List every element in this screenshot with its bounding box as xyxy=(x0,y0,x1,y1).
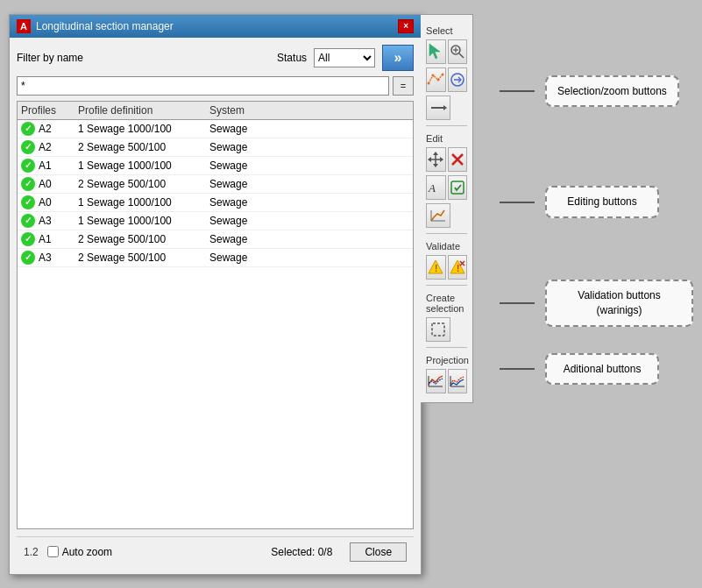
definition-value: 1 Sewage 1000/100 xyxy=(78,123,209,135)
svg-rect-31 xyxy=(432,323,444,336)
profile-value: A1 xyxy=(39,233,52,245)
create-selection-button[interactable] xyxy=(426,317,450,342)
annotation-box-additional: Aditional buttons xyxy=(545,353,659,386)
definition-value: 2 Sewage 500/100 xyxy=(78,233,209,245)
profile-value: A2 xyxy=(39,141,52,153)
section-divider-1 xyxy=(426,125,467,126)
dialog-window: A Longitudinal section manager × Filter … xyxy=(9,14,422,575)
row-profile-cell: ✓ A2 xyxy=(21,140,78,154)
profile-chart-button[interactable] xyxy=(426,203,450,228)
fence-select-button[interactable] xyxy=(426,67,446,92)
move-button[interactable] xyxy=(426,147,446,172)
row-profile-cell: ✓ A1 xyxy=(21,232,78,246)
annotation-box-editing: Editing buttons xyxy=(545,186,659,218)
table-row[interactable]: ✓ A0 1 Sewage 1000/100 Sewage xyxy=(18,194,413,212)
system-value: Sewage xyxy=(209,196,280,209)
svg-text:A: A xyxy=(428,181,436,195)
app-icon: A xyxy=(17,19,31,33)
system-value: Sewage xyxy=(209,159,280,172)
status-check-icon: ✓ xyxy=(21,140,35,154)
system-value: Sewage xyxy=(209,251,280,264)
svg-point-7 xyxy=(437,78,440,81)
projection-button-1[interactable] xyxy=(426,369,446,393)
annotation-additional: Aditional buttons xyxy=(500,353,693,386)
table-row[interactable]: ✓ A2 2 Sewage 500/100 Sewage xyxy=(18,138,413,157)
svg-marker-17 xyxy=(428,157,431,162)
title-bar: A Longitudinal section manager × xyxy=(10,15,421,38)
svg-marker-18 xyxy=(440,157,443,162)
svg-marker-0 xyxy=(429,44,440,59)
profile-value: A2 xyxy=(39,123,52,135)
status-check-icon: ✓ xyxy=(21,122,35,136)
delete-button[interactable] xyxy=(448,147,468,172)
system-value: Sewage xyxy=(209,123,280,135)
row-profile-cell: ✓ A0 xyxy=(21,195,78,209)
system-value: Sewage xyxy=(209,215,280,227)
status-select[interactable]: All Active Inactive xyxy=(314,48,375,67)
create-selection-label: Create selection xyxy=(426,293,467,314)
arrow-editing xyxy=(500,202,538,203)
edit-row-3 xyxy=(426,203,467,228)
profile-value: A3 xyxy=(39,215,52,227)
row-profile-cell: ✓ A1 xyxy=(21,159,78,173)
svg-marker-15 xyxy=(433,152,438,155)
annotations-panel: Selection/zoom buttons Editing buttons V… xyxy=(500,14,693,386)
annotation-box-validation: Validation buttons (warinigs) xyxy=(545,280,693,327)
svg-rect-22 xyxy=(451,181,464,194)
row-profile-cell: ✓ A3 xyxy=(21,214,78,228)
section-divider-2 xyxy=(426,233,467,234)
select-row-3 xyxy=(426,96,467,120)
filter-row: Filter by name Status All Active Inactiv… xyxy=(17,45,414,71)
annotation-validation: Validation buttons (warinigs) xyxy=(500,280,693,327)
select-section-label: Select xyxy=(426,25,467,36)
section-divider-3 xyxy=(426,285,467,286)
title-close-button[interactable]: × xyxy=(398,19,414,33)
status-check-icon: ✓ xyxy=(21,195,35,209)
select-pointer-button[interactable] xyxy=(426,39,446,64)
close-dialog-button[interactable]: Close xyxy=(350,542,407,562)
table-row[interactable]: ✓ A1 2 Sewage 500/100 Sewage xyxy=(18,230,413,249)
table-row[interactable]: ✓ A3 1 Sewage 1000/100 Sewage xyxy=(18,212,413,230)
version-label: 1.2 xyxy=(24,546,39,558)
status-check-icon: ✓ xyxy=(21,214,35,228)
zoom-select-button[interactable] xyxy=(448,39,468,64)
table-row[interactable]: ✓ A1 1 Sewage 1000/100 Sewage xyxy=(18,157,413,175)
arrow-additional xyxy=(500,368,538,370)
select-row-1 xyxy=(426,39,467,64)
profile-value: A0 xyxy=(39,196,52,209)
fast-forward-button[interactable]: » xyxy=(382,45,414,71)
projection-button-2[interactable] xyxy=(448,369,468,393)
profiles-table: Profiles Profile definition System ✓ A2 … xyxy=(17,101,414,529)
edit-properties-button[interactable] xyxy=(448,175,468,200)
rename-button[interactable]: A xyxy=(426,175,446,200)
svg-text:!: ! xyxy=(435,264,437,273)
system-value: Sewage xyxy=(209,141,280,153)
section-divider-4 xyxy=(426,347,467,348)
col-profiles: Profiles xyxy=(21,104,78,117)
main-container: A Longitudinal section manager × Filter … xyxy=(9,14,693,575)
deselect-button[interactable] xyxy=(448,67,468,92)
dialog-title: Longitudinal section manager xyxy=(36,20,174,32)
table-row[interactable]: ✓ A0 2 Sewage 500/100 Sewage xyxy=(18,175,413,194)
status-check-icon: ✓ xyxy=(21,159,35,173)
svg-marker-12 xyxy=(443,105,447,110)
svg-point-6 xyxy=(432,74,435,76)
auto-zoom-checkbox[interactable] xyxy=(47,546,59,557)
table-row[interactable]: ✓ A3 2 Sewage 500/100 Sewage xyxy=(18,249,413,267)
search-button[interactable]: = xyxy=(393,76,414,96)
validate-warning-button[interactable]: ! xyxy=(426,255,446,280)
search-input[interactable] xyxy=(17,76,389,96)
row-profile-cell: ✓ A0 xyxy=(21,177,78,191)
definition-value: 2 Sewage 500/100 xyxy=(78,251,209,264)
select-row-2 xyxy=(426,67,467,92)
col-system: System xyxy=(209,104,280,117)
svg-line-2 xyxy=(459,53,464,58)
profile-value: A0 xyxy=(39,178,52,190)
svg-point-5 xyxy=(428,81,430,84)
validate-clear-button[interactable]: ! xyxy=(448,255,468,280)
horizontal-select-button[interactable] xyxy=(426,96,450,120)
system-value: Sewage xyxy=(209,233,280,245)
table-row[interactable]: ✓ A2 1 Sewage 1000/100 Sewage xyxy=(18,120,413,138)
row-profile-cell: ✓ A3 xyxy=(21,251,78,265)
status-check-icon: ✓ xyxy=(21,232,35,246)
